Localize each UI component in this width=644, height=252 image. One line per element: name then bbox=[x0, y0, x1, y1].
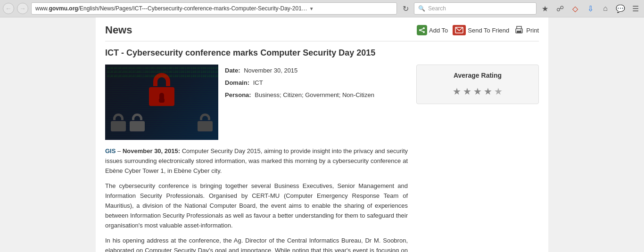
download-icon[interactable]: ⇩ bbox=[585, 3, 596, 14]
svg-point-0 bbox=[423, 27, 425, 29]
rating-title: Average Rating bbox=[423, 72, 532, 79]
date-label: Date: bbox=[225, 67, 240, 74]
svg-line-4 bbox=[421, 31, 423, 32]
stars-container[interactable]: ★ ★ ★ ★ ★ bbox=[423, 86, 532, 97]
gis-source-label: GIS bbox=[105, 147, 116, 154]
reading-list-icon[interactable]: ☍ bbox=[554, 3, 566, 14]
add-to-label: Add To bbox=[429, 27, 448, 34]
article-meta: Date: November 30, 2015 Domain: ICT Pers… bbox=[225, 65, 374, 140]
date-value: November 30, 2015 bbox=[244, 67, 297, 74]
persona-label: Persona: bbox=[225, 91, 251, 98]
search-placeholder: Search bbox=[428, 5, 446, 12]
email-icon bbox=[453, 25, 466, 35]
lock-grey-2 bbox=[130, 114, 145, 131]
send-to-friend-button[interactable]: Send To Friend bbox=[453, 25, 509, 35]
bookmarks-star-icon[interactable]: ★ bbox=[539, 3, 551, 14]
chat-icon[interactable]: 💬 bbox=[615, 3, 626, 14]
send-to-friend-label: Send To Friend bbox=[468, 27, 509, 34]
meta-domain-row: Domain: ICT bbox=[225, 77, 374, 89]
domain-label: Domain: bbox=[225, 79, 249, 86]
meta-date-row: Date: November 30, 2015 bbox=[225, 65, 374, 77]
news-actions: Add To Send To Friend bbox=[417, 25, 539, 35]
url-dropdown-icon[interactable]: ▼ bbox=[309, 6, 314, 11]
lock-grey-1 bbox=[111, 114, 126, 131]
star-2[interactable]: ★ bbox=[463, 86, 471, 97]
home-icon[interactable]: ⌂ bbox=[600, 3, 611, 14]
url-domain: govmu.org bbox=[49, 5, 78, 12]
add-to-button[interactable]: Add To bbox=[417, 25, 448, 35]
domain-value: ICT bbox=[253, 79, 263, 86]
refresh-button[interactable]: ↻ bbox=[400, 3, 411, 14]
article-image: 0101010100101010011001001001001001001001… bbox=[105, 65, 218, 140]
back-button[interactable]: ← bbox=[3, 3, 14, 14]
browser-chrome: ← → www.govmu.org/English/News/Pages/ICT… bbox=[0, 0, 644, 17]
svg-point-8 bbox=[520, 30, 521, 31]
url-prefix: www. bbox=[35, 5, 49, 12]
star-4[interactable]: ★ bbox=[484, 86, 492, 97]
svg-point-1 bbox=[419, 29, 421, 31]
search-bar[interactable]: 🔍 Search bbox=[414, 2, 537, 15]
rating-box: Average Rating ★ ★ ★ ★ ★ bbox=[416, 65, 539, 104]
meta-persona-row: Persona: Business; Citizen; Government; … bbox=[225, 89, 374, 101]
article-title: ICT - Cybersecurity conference marks Com… bbox=[105, 48, 539, 58]
address-bar[interactable]: www.govmu.org/English/News/Pages/ICT---C… bbox=[31, 2, 397, 15]
print-button[interactable]: Print bbox=[514, 25, 539, 35]
search-icon: 🔍 bbox=[418, 5, 425, 12]
print-icon bbox=[514, 25, 524, 35]
pocket-icon[interactable]: ◇ bbox=[570, 3, 581, 14]
intro-dash: – bbox=[117, 147, 121, 154]
intro-date: November 30, 2015: bbox=[123, 147, 180, 154]
forward-button[interactable]: → bbox=[17, 3, 28, 14]
print-label: Print bbox=[526, 27, 539, 34]
article-content: 0101010100101010011001001001001001001001… bbox=[105, 65, 408, 252]
url-path: /English/News/Pages/ICT---Cybersecurity-… bbox=[78, 5, 307, 12]
para3: In his opening address at the conference… bbox=[105, 236, 408, 252]
browser-toolbar: ← → www.govmu.org/English/News/Pages/ICT… bbox=[0, 0, 644, 17]
lock-red bbox=[149, 73, 174, 106]
news-header: News Add To bbox=[105, 17, 539, 41]
page-container: News Add To bbox=[96, 17, 548, 252]
star-3[interactable]: ★ bbox=[473, 86, 482, 97]
star-5[interactable]: ★ bbox=[494, 86, 503, 97]
article-layout: 0101010100101010011001001001001001001001… bbox=[105, 65, 539, 252]
persona-value: Business; Citizen; Government; Non-Citiz… bbox=[255, 91, 374, 98]
menu-icon[interactable]: ☰ bbox=[630, 3, 641, 14]
para2: The cybersecurity conference is bringing… bbox=[105, 181, 408, 230]
article-text: GIS – November 30, 2015: Computer Securi… bbox=[105, 146, 408, 252]
lock-grey-3 bbox=[198, 114, 213, 131]
intro-paragraph: GIS – November 30, 2015: Computer Securi… bbox=[105, 146, 408, 176]
svg-line-3 bbox=[421, 29, 423, 30]
star-1[interactable]: ★ bbox=[453, 86, 461, 97]
news-section-title: News bbox=[105, 24, 132, 36]
svg-point-2 bbox=[423, 31, 425, 33]
share-icon bbox=[417, 25, 427, 35]
toolbar-icons: ★ ☍ ◇ ⇩ ⌂ 💬 ☰ bbox=[539, 3, 641, 14]
article-image-meta: 0101010100101010011001001001001001001001… bbox=[105, 65, 408, 140]
svg-rect-7 bbox=[517, 31, 521, 33]
